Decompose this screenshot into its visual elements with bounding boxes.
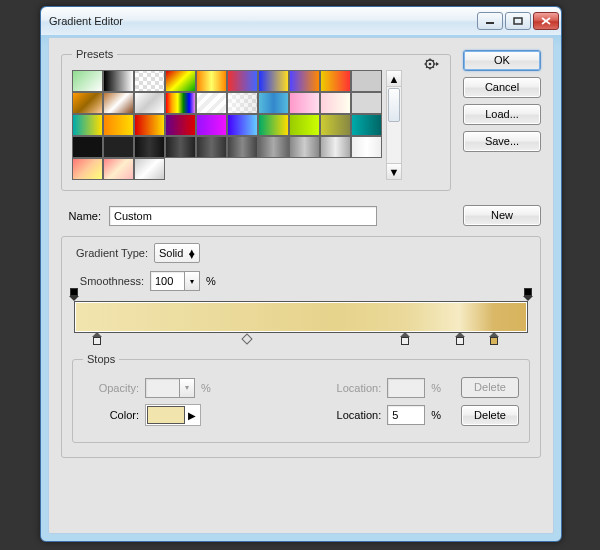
preset-swatch[interactable] — [320, 114, 351, 136]
preset-swatch[interactable] — [103, 70, 134, 92]
preset-swatch[interactable] — [134, 114, 165, 136]
scroll-thumb[interactable] — [388, 88, 400, 122]
close-button[interactable] — [533, 12, 559, 30]
new-button[interactable]: New — [463, 205, 541, 226]
color-label: Color: — [83, 409, 139, 421]
delete-color-button[interactable]: Delete — [461, 405, 519, 426]
preset-swatch[interactable] — [72, 114, 103, 136]
opacity-stop[interactable] — [69, 288, 79, 302]
preset-swatch[interactable] — [72, 158, 103, 180]
preset-swatch[interactable] — [165, 92, 196, 114]
svg-point-5 — [429, 63, 432, 66]
preset-swatch[interactable] — [196, 70, 227, 92]
chevron-down-icon: ▾ — [179, 378, 195, 398]
preset-swatch[interactable] — [227, 92, 258, 114]
svg-line-10 — [426, 60, 427, 61]
opacity-input: ▾ — [145, 378, 195, 398]
preset-swatch[interactable] — [165, 114, 196, 136]
chevron-down-icon[interactable]: ▾ — [184, 271, 200, 291]
gradient-preview[interactable] — [74, 301, 528, 333]
gear-icon[interactable] — [424, 57, 440, 73]
name-input[interactable] — [109, 206, 377, 226]
preset-swatch[interactable] — [103, 158, 134, 180]
color-stop[interactable] — [455, 332, 465, 346]
opacity-label: Opacity: — [83, 382, 139, 394]
preset-swatch[interactable] — [351, 136, 382, 158]
preset-swatch[interactable] — [351, 70, 382, 92]
preset-grid — [72, 70, 382, 180]
color-stop[interactable] — [92, 332, 102, 346]
name-label: Name: — [61, 210, 101, 222]
cancel-button[interactable]: Cancel — [463, 77, 541, 98]
preset-swatch[interactable] — [72, 70, 103, 92]
gradient-type-label: Gradient Type: — [76, 247, 148, 259]
preset-swatch[interactable] — [351, 114, 382, 136]
preset-swatch[interactable] — [258, 92, 289, 114]
opacity-field — [145, 378, 179, 398]
percent-label: % — [431, 409, 441, 421]
preset-swatch[interactable] — [289, 92, 320, 114]
preset-swatch[interactable] — [165, 136, 196, 158]
color-swatch[interactable] — [147, 406, 185, 424]
preset-swatch[interactable] — [72, 92, 103, 114]
titlebar[interactable]: Gradient Editor — [41, 7, 561, 35]
smoothness-input[interactable]: ▾ — [150, 271, 200, 291]
preset-swatch[interactable] — [103, 114, 134, 136]
preset-swatch[interactable] — [258, 114, 289, 136]
midpoint-handle[interactable] — [241, 333, 252, 344]
color-stop[interactable] — [400, 332, 410, 346]
preset-swatch[interactable] — [320, 70, 351, 92]
preset-swatch[interactable] — [289, 136, 320, 158]
scroll-down-icon[interactable]: ▼ — [387, 163, 401, 179]
gradient-settings-group: Gradient Type: Solid ▴▾ Smoothness: ▾ % — [61, 236, 541, 458]
color-well[interactable]: ▶ — [145, 404, 201, 426]
preset-swatch[interactable] — [289, 70, 320, 92]
save-button[interactable]: Save... — [463, 131, 541, 152]
preset-swatch[interactable] — [320, 92, 351, 114]
opacity-location-label: Location: — [325, 382, 381, 394]
scroll-up-icon[interactable]: ▲ — [387, 71, 401, 87]
preset-swatch[interactable] — [103, 92, 134, 114]
smoothness-field[interactable] — [150, 271, 184, 291]
preset-swatch[interactable] — [227, 114, 258, 136]
window-title: Gradient Editor — [49, 15, 475, 27]
preset-swatch[interactable] — [134, 136, 165, 158]
preset-swatch[interactable] — [227, 70, 258, 92]
preset-swatch[interactable] — [196, 136, 227, 158]
preset-scrollbar[interactable]: ▲ ▼ — [386, 70, 402, 180]
preset-swatch[interactable] — [72, 136, 103, 158]
presets-group: Presets ▲ ▼ — [61, 48, 451, 191]
percent-label: % — [201, 382, 211, 394]
ok-button[interactable]: OK — [463, 50, 541, 71]
preset-swatch[interactable] — [103, 136, 134, 158]
gradient-bar[interactable] — [74, 301, 528, 333]
opacity-stop[interactable] — [523, 288, 533, 302]
preset-swatch[interactable] — [134, 158, 165, 180]
color-stop[interactable] — [489, 332, 499, 346]
preset-swatch[interactable] — [165, 70, 196, 92]
preset-swatch[interactable] — [258, 70, 289, 92]
color-location-field[interactable] — [387, 405, 425, 425]
preset-swatch[interactable] — [134, 70, 165, 92]
color-menu-arrow-icon[interactable]: ▶ — [185, 410, 199, 421]
preset-swatch[interactable] — [289, 114, 320, 136]
preset-swatch[interactable] — [134, 92, 165, 114]
dialog-window: Gradient Editor Presets ▲ ▼ — [40, 6, 562, 542]
delete-opacity-button: Delete — [461, 377, 519, 398]
minimize-button[interactable] — [477, 12, 503, 30]
preset-swatch[interactable] — [320, 136, 351, 158]
svg-line-12 — [426, 67, 427, 68]
percent-label: % — [431, 382, 441, 394]
gradient-type-select[interactable]: Solid ▴▾ — [154, 243, 200, 263]
preset-swatch[interactable] — [196, 114, 227, 136]
preset-swatch[interactable] — [258, 136, 289, 158]
svg-rect-1 — [514, 18, 522, 24]
preset-swatch[interactable] — [227, 136, 258, 158]
presets-legend: Presets — [72, 48, 117, 60]
preset-swatch[interactable] — [196, 92, 227, 114]
maximize-button[interactable] — [505, 12, 531, 30]
preset-swatch[interactable] — [351, 92, 382, 114]
load-button[interactable]: Load... — [463, 104, 541, 125]
percent-label: % — [206, 275, 216, 287]
select-arrows-icon: ▴▾ — [189, 249, 195, 257]
